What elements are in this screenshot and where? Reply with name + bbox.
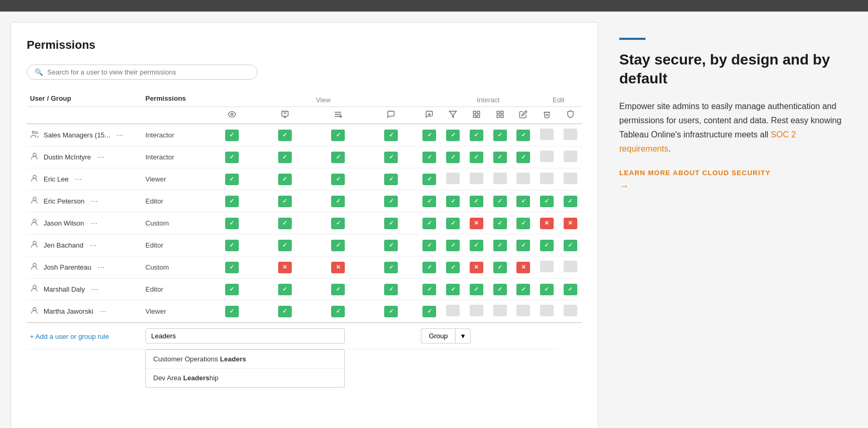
view-cell-2[interactable]: ✓	[312, 168, 365, 190]
interact-cell-0[interactable]: ✓	[441, 256, 465, 279]
edit-cell-1[interactable]	[558, 146, 582, 168]
add-rule-link[interactable]: + Add a user or group rule	[30, 333, 109, 340]
interact-cell-0[interactable]: ✓	[441, 190, 465, 212]
view-cell-4[interactable]: ✓	[418, 301, 441, 323]
view-cell-0[interactable]: ✓	[205, 168, 258, 190]
edit-cell-1[interactable]	[558, 256, 582, 279]
view-cell-0[interactable]: ✓	[205, 279, 258, 301]
view-cell-0[interactable]: ✓	[205, 124, 258, 146]
interact-cell-0[interactable]: ✓	[441, 212, 465, 234]
interact-cell-1[interactable]: ✓	[465, 124, 489, 146]
interact-cell-3[interactable]	[512, 301, 535, 323]
learn-more-link[interactable]: LEARN MORE ABOUT CLOUD SECURITY	[619, 169, 847, 177]
edit-cell-1[interactable]: ✓	[558, 190, 582, 212]
view-cell-2[interactable]: ✓	[312, 190, 365, 212]
interact-cell-1[interactable]: ✓	[465, 234, 489, 256]
view-cell-3[interactable]: ✓	[365, 301, 418, 323]
edit-cell-0[interactable]	[535, 124, 559, 146]
view-cell-4[interactable]: ✓	[418, 279, 441, 301]
interact-cell-3[interactable]: ✓	[512, 146, 535, 168]
view-cell-0[interactable]: ✓	[205, 234, 258, 256]
edit-cell-1[interactable]: ✓	[558, 279, 582, 301]
view-cell-1[interactable]: ✓	[258, 279, 311, 301]
edit-cell-1[interactable]	[558, 301, 582, 323]
edit-cell-1[interactable]: ✕	[558, 212, 582, 234]
interact-cell-2[interactable]: ✓	[488, 124, 512, 146]
view-cell-4[interactable]: ✓	[418, 124, 441, 146]
interact-cell-1[interactable]: ✕	[465, 256, 489, 279]
view-cell-2[interactable]: ✓	[312, 234, 365, 256]
view-cell-0[interactable]: ✓	[205, 256, 258, 279]
row-dots-button[interactable]: ···	[73, 175, 84, 184]
interact-cell-3[interactable]: ✓	[512, 124, 535, 146]
view-cell-4[interactable]: ✓	[418, 234, 441, 256]
view-cell-4[interactable]: ✓	[418, 190, 441, 212]
group-dropdown-button[interactable]: ▼	[456, 328, 471, 344]
edit-cell-1[interactable]	[558, 168, 582, 190]
view-cell-1[interactable]: ✓	[258, 301, 311, 323]
interact-cell-2[interactable]	[488, 301, 512, 323]
edit-cell-0[interactable]: ✓	[535, 190, 559, 212]
view-cell-4[interactable]: ✓	[418, 212, 441, 234]
view-cell-1[interactable]: ✓	[258, 146, 311, 168]
view-cell-3[interactable]: ✓	[365, 256, 418, 279]
interact-cell-1[interactable]: ✓	[465, 146, 489, 168]
view-cell-3[interactable]: ✓	[365, 279, 418, 301]
row-dots-button[interactable]: ···	[95, 153, 106, 162]
interact-cell-2[interactable]: ✓	[488, 256, 512, 279]
edit-cell-0[interactable]: ✓	[535, 279, 559, 301]
edit-cell-0[interactable]: ✕	[535, 212, 559, 234]
view-cell-3[interactable]: ✓	[365, 234, 418, 256]
row-dots-button[interactable]: ···	[98, 307, 109, 316]
interact-cell-1[interactable]: ✓	[465, 279, 489, 301]
view-cell-3[interactable]: ✓	[365, 212, 418, 234]
interact-cell-2[interactable]: ✓	[488, 146, 512, 168]
view-cell-1[interactable]: ✓	[258, 234, 311, 256]
interact-cell-2[interactable]: ✓	[488, 279, 512, 301]
interact-cell-3[interactable]: ✕	[512, 256, 535, 279]
view-cell-0[interactable]: ✓	[205, 146, 258, 168]
interact-cell-0[interactable]	[441, 301, 465, 323]
view-cell-4[interactable]: ✓	[418, 168, 441, 190]
view-cell-1[interactable]: ✕	[258, 256, 311, 279]
row-dots-button[interactable]: ···	[114, 131, 125, 140]
view-cell-1[interactable]: ✓	[258, 212, 311, 234]
dropdown-item-2[interactable]: Dev Area Leadership	[146, 369, 344, 387]
view-cell-4[interactable]: ✓	[418, 256, 441, 279]
view-cell-3[interactable]: ✓	[365, 146, 418, 168]
view-cell-0[interactable]: ✓	[205, 301, 258, 323]
edit-cell-0[interactable]	[535, 168, 559, 190]
row-dots-button[interactable]: ···	[89, 285, 100, 294]
edit-cell-0[interactable]	[535, 256, 559, 279]
view-cell-3[interactable]: ✓	[365, 190, 418, 212]
edit-cell-0[interactable]	[535, 301, 559, 323]
view-cell-0[interactable]: ✓	[205, 190, 258, 212]
search-input[interactable]	[47, 68, 250, 76]
interact-cell-0[interactable]	[441, 168, 465, 190]
view-cell-3[interactable]: ✓	[365, 168, 418, 190]
interact-cell-3[interactable]: ✓	[512, 234, 535, 256]
view-cell-3[interactable]: ✓	[365, 124, 418, 146]
dropdown-item-1[interactable]: Customer Operations Leaders	[146, 350, 344, 369]
row-dots-button[interactable]: ···	[88, 241, 99, 250]
interact-cell-3[interactable]: ✓	[512, 212, 535, 234]
view-cell-2[interactable]: ✕	[312, 256, 365, 279]
interact-cell-2[interactable]: ✓	[488, 212, 512, 234]
interact-cell-0[interactable]: ✓	[441, 234, 465, 256]
interact-cell-2[interactable]: ✓	[488, 234, 512, 256]
interact-cell-0[interactable]: ✓	[441, 124, 465, 146]
view-cell-2[interactable]: ✓	[312, 279, 365, 301]
view-cell-1[interactable]: ✓	[258, 168, 311, 190]
view-cell-2[interactable]: ✓	[312, 146, 365, 168]
interact-cell-1[interactable]	[465, 301, 489, 323]
view-cell-2[interactable]: ✓	[312, 301, 365, 323]
edit-cell-0[interactable]	[535, 146, 559, 168]
interact-cell-3[interactable]: ✓	[512, 190, 535, 212]
row-dots-button[interactable]: ···	[96, 263, 107, 272]
edit-cell-0[interactable]: ✓	[535, 234, 559, 256]
row-dots-button[interactable]: ···	[89, 197, 100, 206]
view-cell-2[interactable]: ✓	[312, 212, 365, 234]
add-rule-input[interactable]	[145, 328, 345, 344]
interact-cell-3[interactable]: ✓	[512, 279, 535, 301]
view-cell-4[interactable]: ✓	[418, 146, 441, 168]
